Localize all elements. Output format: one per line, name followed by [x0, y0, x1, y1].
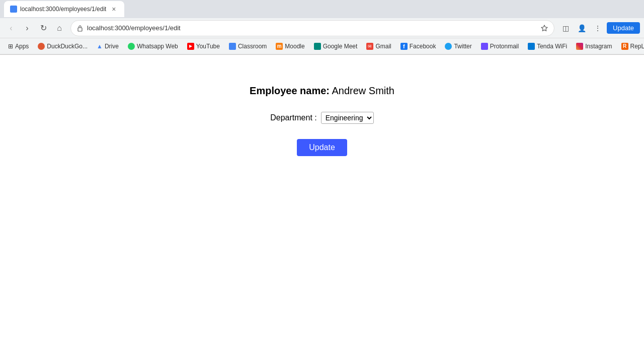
bookmark-apps[interactable]: ⊞ Apps	[4, 41, 33, 51]
tab-close-button[interactable]: ×	[109, 5, 118, 14]
bookmark-gmail-label: Gmail	[375, 43, 391, 50]
department-row: Department : Engineering Sales HR Market…	[270, 112, 373, 124]
bookmark-classroom[interactable]: Classroom	[225, 41, 271, 51]
whatsapp-favicon	[128, 43, 135, 50]
bookmark-apps-label: Apps	[15, 43, 29, 50]
update-button[interactable]: Update	[297, 139, 347, 156]
bookmark-googlemeet-label: Google Meet	[323, 43, 358, 50]
apps-icon: ⊞	[8, 43, 13, 50]
menu-button[interactable]: ⋮	[591, 21, 605, 35]
bookmark-moodle[interactable]: m Moodle	[272, 41, 308, 51]
bookmark-replit[interactable]: R RepLit - OOPJ...	[617, 41, 644, 51]
bookmark-whatsapp[interactable]: Whatsapp Web	[124, 41, 182, 51]
youtube-favicon: ▶	[187, 43, 194, 50]
bookmark-instagram-label: Instagram	[585, 43, 612, 50]
twitter-favicon	[445, 43, 452, 50]
bookmark-facebook-label: Facebook	[410, 43, 436, 50]
bookmark-protonmail[interactable]: Protonmail	[477, 41, 523, 51]
bookmark-tendawifi-label: Tenda WiFi	[537, 43, 567, 50]
department-select[interactable]: Engineering Sales HR Marketing IT	[321, 112, 374, 124]
bookmark-protonmail-label: Protonmail	[490, 43, 519, 50]
toolbar-icons: ◫ 👤 ⋮ Update	[558, 21, 640, 35]
bookmark-googlemeet[interactable]: Google Meet	[310, 41, 362, 51]
address-input[interactable]	[87, 24, 537, 32]
protonmail-favicon	[481, 43, 488, 50]
browser-toolbar: ‹ › ↻ ⌂ ◫ 👤 ⋮ Update	[0, 18, 644, 38]
home-button[interactable]: ⌂	[52, 21, 66, 35]
star-icon[interactable]	[541, 25, 548, 32]
bookmark-facebook[interactable]: f Facebook	[396, 41, 440, 51]
tab-bar: localhost:3000/employees/1/edit ×	[0, 0, 644, 18]
bookmark-twitter[interactable]: Twitter	[441, 41, 475, 51]
bookmark-duckduckgo-label: DuckDuckGo...	[47, 43, 88, 50]
bookmark-tendawifi[interactable]: Tenda WiFi	[524, 41, 571, 51]
browser-chrome: localhost:3000/employees/1/edit × ‹ › ↻ …	[0, 0, 644, 55]
bookmark-replit-label: RepLit - OOPJ...	[630, 43, 644, 50]
bookmark-instagram[interactable]: Instagram	[572, 41, 616, 51]
tab-favicon	[10, 6, 17, 13]
employee-name-label: Employee name:	[250, 85, 330, 96]
page-content: Employee name: Andrew Smith Department :…	[0, 55, 644, 350]
chrome-update-button[interactable]: Update	[607, 22, 640, 34]
bookmark-drive-label: Drive	[105, 43, 119, 50]
bookmark-youtube-label: YouTube	[196, 43, 220, 50]
department-label: Department :	[270, 113, 316, 122]
profile-button[interactable]: 👤	[575, 21, 589, 35]
tendawifi-favicon	[528, 43, 535, 50]
facebook-favicon: f	[400, 43, 408, 50]
duckduckgo-favicon	[38, 43, 45, 50]
lock-icon	[77, 25, 83, 32]
bookmark-drive[interactable]: ▲ Drive	[93, 41, 123, 51]
classroom-favicon	[229, 43, 236, 50]
gmail-favicon: ✉	[366, 43, 373, 50]
form-container: Employee name: Andrew Smith Department :…	[10, 85, 634, 156]
bookmark-youtube[interactable]: ▶ YouTube	[183, 41, 224, 51]
bookmark-twitter-label: Twitter	[454, 43, 471, 50]
drive-icon: ▲	[97, 43, 103, 50]
reload-button[interactable]: ↻	[36, 21, 50, 35]
bookmark-gmail[interactable]: ✉ Gmail	[362, 41, 395, 51]
employee-name-heading: Employee name: Andrew Smith	[250, 85, 394, 97]
bookmark-moodle-label: Moodle	[285, 43, 304, 50]
googlemeet-favicon	[314, 43, 321, 50]
bookmark-whatsapp-label: Whatsapp Web	[137, 43, 178, 50]
bookmark-duckduckgo[interactable]: DuckDuckGo...	[34, 41, 92, 51]
tab-title: localhost:3000/employees/1/edit	[20, 6, 106, 13]
bookmarks-bar: ⊞ Apps DuckDuckGo... ▲ Drive Whatsapp We…	[0, 38, 644, 54]
forward-button[interactable]: ›	[20, 21, 34, 35]
bookmark-classroom-label: Classroom	[238, 43, 267, 50]
moodle-favicon: m	[276, 43, 283, 50]
replit-favicon: R	[621, 43, 628, 50]
instagram-favicon	[576, 43, 583, 50]
back-button[interactable]: ‹	[4, 21, 18, 35]
employee-name-value: Andrew Smith	[332, 85, 394, 96]
svg-rect-0	[78, 28, 82, 31]
active-tab[interactable]: localhost:3000/employees/1/edit ×	[4, 1, 124, 17]
address-bar-container	[70, 20, 554, 36]
extensions-button[interactable]: ◫	[558, 21, 573, 35]
svg-marker-1	[541, 25, 547, 31]
